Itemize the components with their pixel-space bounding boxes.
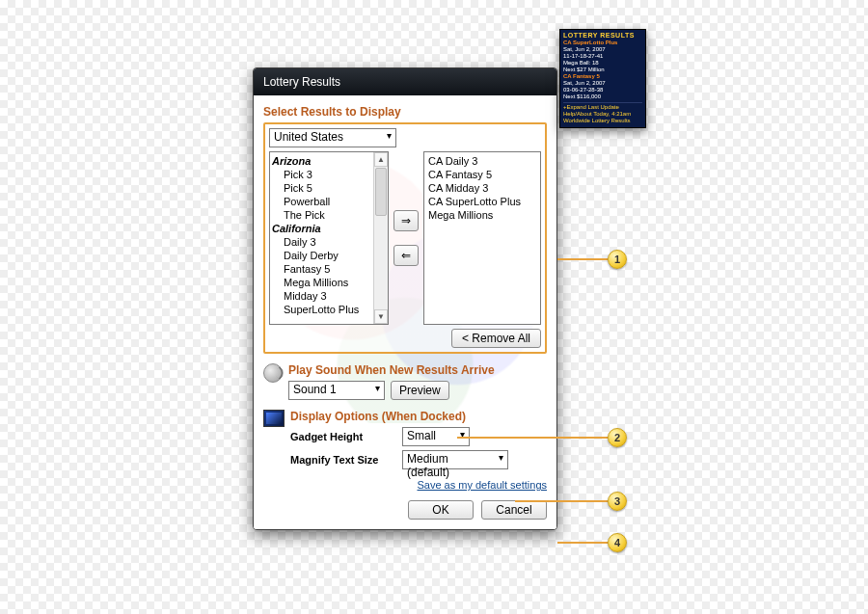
titlebar: Lottery Results — [254, 68, 556, 95]
list-item[interactable]: CA Daily 3 — [428, 154, 536, 168]
list-item[interactable]: CA Midday 3 — [428, 181, 536, 195]
gadget-game-extra: Mega Ball: 18 — [563, 60, 642, 67]
gadget-height-label: Gadget Height — [290, 431, 396, 442]
list-item[interactable]: SuperLotto Plus — [272, 303, 386, 316]
monitor-icon — [263, 410, 285, 427]
gadget-game-date: Sat, Jun 2, 2007 — [563, 80, 642, 87]
callout-1: 1 — [608, 250, 627, 269]
callout-3: 3 — [608, 492, 627, 511]
preview-button[interactable]: Preview — [391, 381, 449, 400]
magnify-label: Magnify Text Size — [290, 454, 396, 466]
section-select-title: Select Results to Display — [263, 105, 547, 119]
sound-dropdown[interactable]: Sound 1 — [288, 381, 385, 400]
scroll-down-icon[interactable]: ▼ — [374, 309, 388, 324]
section-sound-title: Play Sound When New Results Arrive — [288, 363, 547, 377]
gadget-game-name: CA Fantasy 5 — [563, 73, 642, 80]
gadget-foot: +Expand Last Update — [563, 104, 642, 111]
list-item[interactable]: CA Fantasy 5 — [428, 168, 536, 181]
ok-button[interactable]: OK — [408, 500, 474, 520]
list-item[interactable]: Mega Millions — [428, 208, 536, 222]
gadget-game-nums: 11-17-18-27-41 — [563, 53, 642, 60]
scroll-up-icon[interactable]: ▲ — [374, 152, 388, 167]
magnify-dropdown[interactable]: Medium (default) — [402, 450, 508, 469]
dialog-title: Lottery Results — [263, 75, 340, 89]
scroll-thumb[interactable] — [375, 168, 387, 216]
settings-dialog: Lottery Results Select Results to Displa… — [253, 67, 557, 530]
arrow-right-icon: ⇒ — [401, 214, 411, 227]
scrollbar[interactable]: ▲ ▼ — [373, 152, 388, 324]
list-item[interactable]: Powerball — [272, 195, 386, 208]
list-item[interactable]: Fantasy 5 — [272, 262, 386, 276]
magnify-value: Medium (default) — [402, 450, 508, 469]
gadget-header: LOTTERY RESULTS — [563, 32, 642, 39]
country-dropdown[interactable]: United States — [269, 128, 396, 147]
select-results-panel: United States Arizona Pick 3 Pick 5 Powe… — [263, 122, 547, 354]
remove-all-button[interactable]: < Remove All — [451, 329, 541, 348]
arrow-left-icon: ⇐ — [401, 249, 411, 262]
selected-list[interactable]: CA Daily 3 CA Fantasy 5 CA Midday 3 CA S… — [423, 151, 541, 325]
list-item[interactable]: The Pick — [272, 208, 386, 222]
list-group-header: Arizona — [272, 154, 386, 168]
gadget-preview: LOTTERY RESULTS CA SuperLotto Plus Sat, … — [559, 29, 646, 128]
section-display-title: Display Options (When Docked) — [290, 410, 547, 423]
list-item[interactable]: CA SuperLotto Plus — [428, 195, 536, 208]
save-default-link[interactable]: Save as my default settings — [417, 479, 547, 491]
list-item[interactable]: Pick 5 — [272, 181, 386, 195]
gadget-foot: Worldwide Lottery Results — [563, 118, 642, 124]
list-item[interactable]: Midday 3 — [272, 289, 386, 303]
remove-button[interactable]: ⇐ — [393, 245, 419, 266]
list-item[interactable]: Daily 3 — [272, 235, 386, 249]
callout-4: 4 — [608, 533, 627, 552]
callout-2: 2 — [608, 428, 627, 447]
available-list[interactable]: Arizona Pick 3 Pick 5 Powerball The Pick… — [269, 151, 389, 325]
gadget-foot: Help/About Today, 4:21am — [563, 111, 642, 118]
add-button[interactable]: ⇒ — [393, 210, 419, 231]
list-item[interactable]: Daily Derby — [272, 249, 386, 262]
gadget-game-nums: 03-06-27-28-38 — [563, 87, 642, 93]
gadget-game-next: Next $116,000 — [563, 93, 642, 100]
country-dropdown-value: United States — [269, 128, 396, 147]
gadget-game-name: CA SuperLotto Plus — [563, 40, 642, 46]
list-item[interactable]: Mega Millions — [272, 276, 386, 289]
list-item[interactable]: Pick 3 — [272, 168, 386, 181]
sound-dropdown-value: Sound 1 — [288, 381, 385, 400]
gadget-game-next: Next $27 Million — [563, 67, 642, 73]
gadget-game-date: Sat, Jun 2, 2007 — [563, 46, 642, 53]
list-group-header: California — [272, 222, 386, 235]
speaker-icon — [263, 363, 283, 383]
